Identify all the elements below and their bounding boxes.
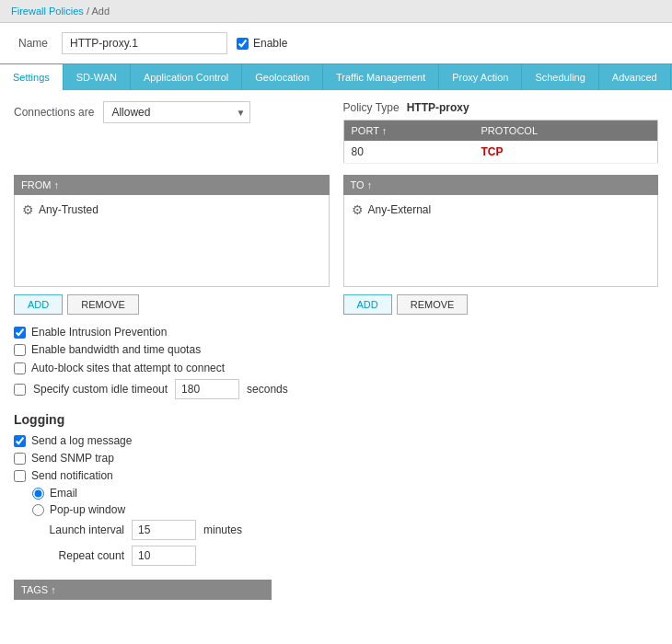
breadcrumb-parent[interactable]: Firewall Policies: [11, 6, 84, 17]
timeout-suffix: seconds: [247, 383, 288, 396]
intrusion-prevention-checkbox[interactable]: [14, 327, 26, 339]
connections-select[interactable]: Allowed Denied: [103, 101, 250, 123]
enable-label: Enable: [253, 37, 287, 50]
tab-proxy-action[interactable]: Proxy Action: [439, 64, 522, 90]
tab-scheduling[interactable]: Scheduling: [522, 64, 598, 90]
breadcrumb: Firewall Policies / Add: [0, 0, 672, 23]
auto-block-checkbox[interactable]: [14, 362, 26, 374]
bandwidth-time-label: Enable bandwidth and time quotas: [31, 343, 201, 356]
launch-interval-row: Launch interval minutes: [41, 520, 658, 540]
name-label: Name: [18, 37, 48, 50]
custom-idle-label: Specify custom idle timeout: [33, 383, 168, 396]
tab-geolocation[interactable]: Geolocation: [242, 64, 323, 90]
from-header: FROM ↑: [14, 175, 330, 195]
to-remove-button[interactable]: REMOVE: [397, 294, 469, 315]
email-radio-label: Email: [50, 487, 77, 500]
from-add-button[interactable]: ADD: [14, 294, 63, 315]
protocol-col-header: PROTOCOL: [474, 121, 658, 142]
send-log-checkbox[interactable]: [14, 435, 26, 447]
to-header-text: TO ↑: [351, 179, 373, 190]
enable-row: Enable: [237, 37, 287, 50]
popup-radio-row: Pop-up window: [32, 503, 658, 516]
send-snmp-row: Send SNMP trap: [14, 452, 658, 465]
intrusion-prevention-label: Enable Intrusion Prevention: [31, 326, 167, 339]
bandwidth-time-row: Enable bandwidth and time quotas: [14, 343, 658, 356]
send-log-label: Send a log message: [31, 434, 132, 447]
port-col-header: PORT ↑: [343, 121, 474, 142]
tab-application-control[interactable]: Application Control: [131, 64, 242, 90]
bandwidth-time-checkbox[interactable]: [14, 344, 26, 356]
tab-advanced[interactable]: Advanced: [599, 64, 671, 90]
to-member: Any-External: [368, 203, 432, 216]
send-notification-row: Send notification: [14, 469, 658, 482]
from-section: FROM ↑ ⚙ Any-Trusted ADD REMOVE: [14, 175, 330, 315]
popup-radio[interactable]: [32, 504, 44, 516]
launch-interval-label: Launch interval: [41, 523, 124, 536]
send-snmp-checkbox[interactable]: [14, 453, 26, 465]
to-section: TO ↑ ⚙ Any-External ADD REMOVE: [343, 175, 659, 315]
intrusion-prevention-row: Enable Intrusion Prevention: [14, 326, 658, 339]
launch-interval-input[interactable]: [132, 520, 196, 540]
name-input[interactable]: [62, 32, 227, 54]
top-section: Connections are Allowed Denied ▼ Policy …: [14, 101, 658, 164]
enable-checkbox[interactable]: [237, 38, 249, 50]
send-notification-label: Send notification: [31, 469, 113, 482]
tab-traffic-management[interactable]: Traffic Management: [323, 64, 439, 90]
repeat-count-input[interactable]: [132, 546, 196, 566]
from-remove-button[interactable]: REMOVE: [67, 294, 139, 315]
content-area: Connections are Allowed Denied ▼ Policy …: [0, 90, 672, 611]
email-radio[interactable]: [32, 488, 44, 500]
to-add-button[interactable]: ADD: [343, 294, 392, 315]
member-icon: ⚙: [352, 202, 364, 217]
to-content: ⚙ Any-External: [343, 195, 659, 287]
email-radio-row: Email: [32, 487, 658, 500]
member-icon: ⚙: [22, 202, 34, 217]
port-table: PORT ↑ PROTOCOL 80 TCP: [343, 120, 659, 164]
repeat-count-label: Repeat count: [41, 549, 124, 562]
logging-section: Logging Send a log message Send SNMP tra…: [14, 412, 658, 566]
connections-label: Connections are: [14, 106, 94, 119]
policy-type-section: Policy Type HTTP-proxy PORT ↑ PROTOCOL 8…: [343, 101, 659, 164]
auto-block-label: Auto-block sites that attempt to connect: [31, 362, 225, 374]
tags-bar: TAGS ↑: [14, 580, 272, 600]
name-row: Name Enable: [0, 23, 672, 63]
tabs-bar: Settings SD-WAN Application Control Geol…: [0, 63, 672, 90]
from-member: Any-Trusted: [39, 203, 98, 216]
from-header-text: FROM ↑: [21, 179, 59, 190]
connections-select-wrapper: Allowed Denied ▼: [103, 101, 250, 123]
connections-section: Connections are Allowed Denied ▼: [14, 101, 330, 164]
protocol-value: TCP: [474, 141, 658, 164]
send-notification-checkbox[interactable]: [14, 470, 26, 482]
port-value: 80: [343, 141, 474, 164]
repeat-count-row: Repeat count: [41, 546, 658, 566]
checkboxes-section: Enable Intrusion Prevention Enable bandw…: [14, 326, 658, 399]
policy-type-value: HTTP-proxy: [407, 101, 469, 114]
custom-idle-checkbox[interactable]: [14, 384, 26, 396]
custom-idle-row: Specify custom idle timeout seconds: [14, 379, 658, 399]
connections-row: Connections are Allowed Denied ▼: [14, 101, 330, 123]
tab-sdwan[interactable]: SD-WAN: [64, 64, 131, 90]
tags-header: TAGS ↑: [21, 584, 56, 595]
send-snmp-label: Send SNMP trap: [31, 452, 114, 465]
from-content: ⚙ Any-Trusted: [14, 195, 330, 287]
table-row: 80 TCP: [343, 141, 658, 164]
timeout-input[interactable]: [175, 379, 239, 399]
launch-interval-suffix: minutes: [203, 523, 242, 536]
from-btn-row: ADD REMOVE: [14, 294, 330, 315]
logging-title: Logging: [14, 412, 658, 427]
policy-type-row: Policy Type HTTP-proxy: [343, 101, 659, 114]
auto-block-row: Auto-block sites that attempt to connect: [14, 362, 658, 374]
breadcrumb-current: Add: [91, 6, 110, 17]
to-header: TO ↑: [343, 175, 659, 195]
from-to-columns: FROM ↑ ⚙ Any-Trusted ADD REMOVE TO ↑: [14, 175, 658, 315]
policy-type-label: Policy Type: [343, 101, 400, 114]
list-item: ⚙ Any-External: [352, 202, 651, 217]
to-btn-row: ADD REMOVE: [343, 294, 659, 315]
tab-settings[interactable]: Settings: [0, 64, 64, 90]
list-item: ⚙ Any-Trusted: [22, 202, 321, 217]
popup-radio-label: Pop-up window: [50, 503, 125, 516]
send-log-row: Send a log message: [14, 434, 658, 447]
